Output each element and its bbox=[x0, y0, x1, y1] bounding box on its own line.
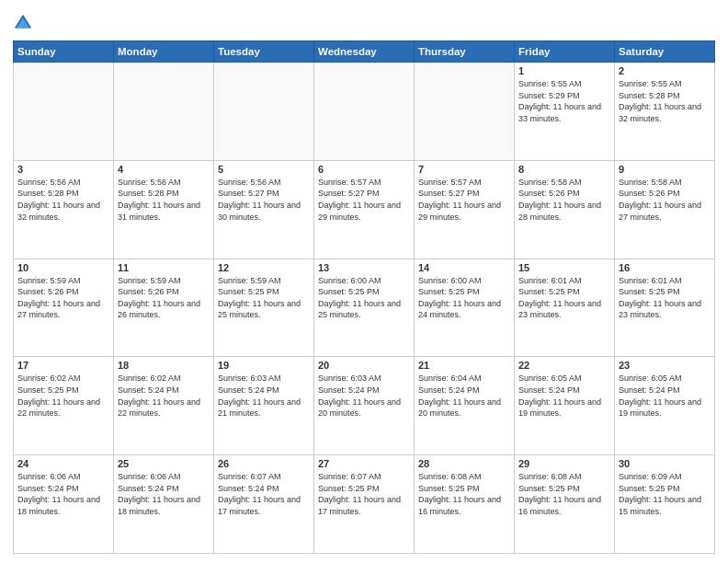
weekday-header: Friday bbox=[515, 41, 615, 63]
day-number: 21 bbox=[418, 360, 510, 371]
logo-icon bbox=[13, 13, 33, 33]
day-number: 20 bbox=[318, 360, 410, 371]
day-info: Sunrise: 6:05 AM Sunset: 5:24 PM Dayligh… bbox=[619, 373, 711, 419]
day-number: 29 bbox=[518, 458, 610, 469]
calendar-day-cell: 9 Sunrise: 5:58 AM Sunset: 5:26 PM Dayli… bbox=[615, 160, 715, 259]
day-number: 8 bbox=[518, 164, 610, 175]
calendar-table: SundayMondayTuesdayWednesdayThursdayFrid… bbox=[13, 40, 715, 554]
day-info: Sunrise: 5:59 AM Sunset: 5:26 PM Dayligh… bbox=[118, 275, 210, 321]
calendar-day-cell bbox=[114, 63, 214, 161]
day-info: Sunrise: 6:08 AM Sunset: 5:25 PM Dayligh… bbox=[418, 471, 510, 517]
weekday-row: SundayMondayTuesdayWednesdayThursdayFrid… bbox=[14, 41, 715, 63]
day-info: Sunrise: 5:59 AM Sunset: 5:25 PM Dayligh… bbox=[218, 275, 310, 321]
day-info: Sunrise: 6:00 AM Sunset: 5:25 PM Dayligh… bbox=[418, 275, 510, 321]
calendar-day-cell: 24 Sunrise: 6:06 AM Sunset: 5:24 PM Dayl… bbox=[14, 455, 114, 554]
logo bbox=[13, 13, 37, 33]
day-number: 23 bbox=[619, 360, 711, 371]
day-info: Sunrise: 6:09 AM Sunset: 5:25 PM Dayligh… bbox=[619, 471, 711, 517]
day-info: Sunrise: 5:57 AM Sunset: 5:27 PM Dayligh… bbox=[318, 177, 410, 223]
day-info: Sunrise: 6:06 AM Sunset: 5:24 PM Dayligh… bbox=[17, 471, 109, 517]
calendar-day-cell: 25 Sunrise: 6:06 AM Sunset: 5:24 PM Dayl… bbox=[114, 455, 214, 554]
day-info: Sunrise: 6:03 AM Sunset: 5:24 PM Dayligh… bbox=[318, 373, 410, 419]
day-info: Sunrise: 6:01 AM Sunset: 5:25 PM Dayligh… bbox=[518, 275, 610, 321]
calendar-day-cell: 26 Sunrise: 6:07 AM Sunset: 5:24 PM Dayl… bbox=[214, 455, 314, 554]
calendar-body: 1 Sunrise: 5:55 AM Sunset: 5:29 PM Dayli… bbox=[14, 63, 715, 554]
calendar-day-cell: 27 Sunrise: 6:07 AM Sunset: 5:25 PM Dayl… bbox=[314, 455, 415, 554]
calendar-day-cell: 22 Sunrise: 6:05 AM Sunset: 5:24 PM Dayl… bbox=[515, 357, 615, 455]
calendar-day-cell: 28 Sunrise: 6:08 AM Sunset: 5:25 PM Dayl… bbox=[415, 455, 515, 554]
day-info: Sunrise: 6:03 AM Sunset: 5:24 PM Dayligh… bbox=[218, 373, 310, 419]
calendar-day-cell: 16 Sunrise: 6:01 AM Sunset: 5:25 PM Dayl… bbox=[615, 259, 715, 357]
calendar-day-cell: 23 Sunrise: 6:05 AM Sunset: 5:24 PM Dayl… bbox=[615, 357, 715, 455]
calendar-day-cell: 12 Sunrise: 5:59 AM Sunset: 5:25 PM Dayl… bbox=[214, 259, 314, 357]
calendar-day-cell: 29 Sunrise: 6:08 AM Sunset: 5:25 PM Dayl… bbox=[515, 455, 615, 554]
day-number: 28 bbox=[418, 458, 510, 469]
calendar-day-cell: 30 Sunrise: 6:09 AM Sunset: 5:25 PM Dayl… bbox=[615, 455, 715, 554]
day-number: 3 bbox=[17, 164, 109, 175]
calendar-day-cell: 15 Sunrise: 6:01 AM Sunset: 5:25 PM Dayl… bbox=[515, 259, 615, 357]
day-number: 2 bbox=[619, 65, 711, 76]
calendar-week-row: 24 Sunrise: 6:06 AM Sunset: 5:24 PM Dayl… bbox=[14, 455, 715, 554]
calendar-day-cell: 3 Sunrise: 5:56 AM Sunset: 5:28 PM Dayli… bbox=[14, 160, 114, 259]
calendar-day-cell: 2 Sunrise: 5:55 AM Sunset: 5:28 PM Dayli… bbox=[615, 63, 715, 161]
day-info: Sunrise: 6:02 AM Sunset: 5:24 PM Dayligh… bbox=[118, 373, 210, 419]
calendar-day-cell bbox=[415, 63, 515, 161]
weekday-header: Monday bbox=[114, 41, 214, 63]
day-info: Sunrise: 6:02 AM Sunset: 5:25 PM Dayligh… bbox=[17, 373, 109, 419]
calendar-day-cell: 20 Sunrise: 6:03 AM Sunset: 5:24 PM Dayl… bbox=[314, 357, 415, 455]
day-number: 1 bbox=[518, 65, 610, 76]
day-info: Sunrise: 5:56 AM Sunset: 5:27 PM Dayligh… bbox=[218, 177, 310, 223]
day-info: Sunrise: 6:08 AM Sunset: 5:25 PM Dayligh… bbox=[518, 471, 610, 517]
calendar-day-cell: 10 Sunrise: 5:59 AM Sunset: 5:26 PM Dayl… bbox=[14, 259, 114, 357]
calendar-day-cell: 5 Sunrise: 5:56 AM Sunset: 5:27 PM Dayli… bbox=[214, 160, 314, 259]
calendar-day-cell: 13 Sunrise: 6:00 AM Sunset: 5:25 PM Dayl… bbox=[314, 259, 415, 357]
calendar-day-cell: 21 Sunrise: 6:04 AM Sunset: 5:24 PM Dayl… bbox=[415, 357, 515, 455]
weekday-header: Sunday bbox=[14, 41, 114, 63]
calendar-week-row: 1 Sunrise: 5:55 AM Sunset: 5:29 PM Dayli… bbox=[14, 63, 715, 161]
calendar-day-cell: 7 Sunrise: 5:57 AM Sunset: 5:27 PM Dayli… bbox=[415, 160, 515, 259]
weekday-header: Saturday bbox=[615, 41, 715, 63]
page: SundayMondayTuesdayWednesdayThursdayFrid… bbox=[0, 0, 728, 563]
day-info: Sunrise: 6:00 AM Sunset: 5:25 PM Dayligh… bbox=[318, 275, 410, 321]
day-info: Sunrise: 6:01 AM Sunset: 5:25 PM Dayligh… bbox=[619, 275, 711, 321]
day-number: 14 bbox=[418, 262, 510, 273]
weekday-header: Thursday bbox=[415, 41, 515, 63]
calendar-week-row: 10 Sunrise: 5:59 AM Sunset: 5:26 PM Dayl… bbox=[14, 259, 715, 357]
day-number: 27 bbox=[318, 458, 410, 469]
day-info: Sunrise: 5:59 AM Sunset: 5:26 PM Dayligh… bbox=[17, 275, 109, 321]
day-number: 10 bbox=[17, 262, 109, 273]
day-number: 16 bbox=[619, 262, 711, 273]
calendar-day-cell: 19 Sunrise: 6:03 AM Sunset: 5:24 PM Dayl… bbox=[214, 357, 314, 455]
day-info: Sunrise: 6:07 AM Sunset: 5:24 PM Dayligh… bbox=[218, 471, 310, 517]
calendar-week-row: 17 Sunrise: 6:02 AM Sunset: 5:25 PM Dayl… bbox=[14, 357, 715, 455]
day-number: 5 bbox=[218, 164, 310, 175]
calendar-day-cell bbox=[14, 63, 114, 161]
calendar-day-cell: 14 Sunrise: 6:00 AM Sunset: 5:25 PM Dayl… bbox=[415, 259, 515, 357]
calendar-day-cell: 17 Sunrise: 6:02 AM Sunset: 5:25 PM Dayl… bbox=[14, 357, 114, 455]
day-number: 4 bbox=[118, 164, 210, 175]
day-number: 6 bbox=[318, 164, 410, 175]
day-number: 25 bbox=[118, 458, 210, 469]
day-number: 17 bbox=[17, 360, 109, 371]
day-info: Sunrise: 6:05 AM Sunset: 5:24 PM Dayligh… bbox=[518, 373, 610, 419]
day-number: 13 bbox=[318, 262, 410, 273]
day-number: 12 bbox=[218, 262, 310, 273]
day-number: 11 bbox=[118, 262, 210, 273]
day-number: 26 bbox=[218, 458, 310, 469]
day-info: Sunrise: 5:55 AM Sunset: 5:29 PM Dayligh… bbox=[518, 78, 610, 124]
header bbox=[13, 9, 715, 33]
day-number: 22 bbox=[518, 360, 610, 371]
day-info: Sunrise: 5:56 AM Sunset: 5:28 PM Dayligh… bbox=[17, 177, 109, 223]
day-number: 9 bbox=[619, 164, 711, 175]
day-info: Sunrise: 5:55 AM Sunset: 5:28 PM Dayligh… bbox=[619, 78, 711, 124]
day-number: 30 bbox=[619, 458, 711, 469]
weekday-header: Tuesday bbox=[214, 41, 314, 63]
calendar-day-cell: 6 Sunrise: 5:57 AM Sunset: 5:27 PM Dayli… bbox=[314, 160, 415, 259]
calendar-day-cell bbox=[314, 63, 415, 161]
day-info: Sunrise: 6:07 AM Sunset: 5:25 PM Dayligh… bbox=[318, 471, 410, 517]
day-number: 15 bbox=[518, 262, 610, 273]
day-info: Sunrise: 5:58 AM Sunset: 5:26 PM Dayligh… bbox=[518, 177, 610, 223]
calendar-day-cell: 8 Sunrise: 5:58 AM Sunset: 5:26 PM Dayli… bbox=[515, 160, 615, 259]
day-info: Sunrise: 6:06 AM Sunset: 5:24 PM Dayligh… bbox=[118, 471, 210, 517]
day-number: 19 bbox=[218, 360, 310, 371]
